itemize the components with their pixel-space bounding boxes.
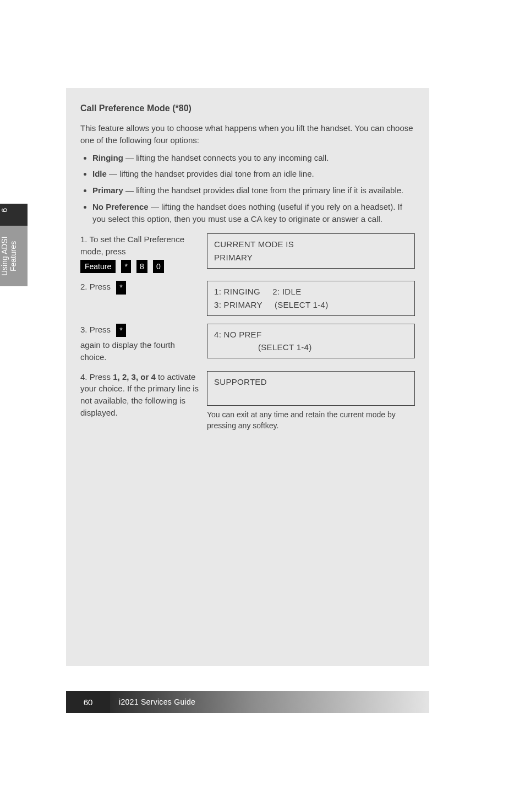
option-desc: — lifting the handset connects you to an… bbox=[123, 153, 329, 162]
content-panel: Call Preference Mode (*80) This feature … bbox=[66, 88, 429, 666]
step-text: 2. Press bbox=[80, 282, 111, 291]
option-label: Ringing bbox=[92, 153, 123, 162]
side-tab-number: 6 bbox=[0, 204, 9, 217]
lcd-line: 4: NO PREF bbox=[214, 329, 408, 341]
lcd-line: SUPPORTED bbox=[214, 376, 408, 388]
key-star: * bbox=[116, 324, 125, 337]
step-text: 3. Press bbox=[80, 325, 111, 334]
list-item: Idle — lifting the handset provides dial… bbox=[92, 168, 415, 180]
option-list: Ringing — lifting the handset connects y… bbox=[80, 152, 415, 225]
key-star: * bbox=[116, 281, 125, 294]
option-desc: — lifting the handset provides dial tone… bbox=[123, 186, 403, 195]
key-8: 8 bbox=[136, 260, 147, 273]
step-4: 4. Press 1, 2, 3, or 4 to activate your … bbox=[80, 371, 415, 437]
lcd-segment: 2: IDLE bbox=[272, 286, 301, 298]
key-0: 0 bbox=[153, 260, 164, 273]
page-number: 60 bbox=[66, 691, 110, 713]
step-note: again to display the fourth choice. bbox=[80, 339, 201, 363]
list-item: No Preference — lifting the handset does… bbox=[92, 201, 415, 225]
key-feature: Feature bbox=[80, 260, 116, 273]
option-label: Idle bbox=[92, 169, 107, 178]
lcd-segment: 3: PRIMARY bbox=[214, 300, 262, 309]
lcd-line: 3: PRIMARY (SELECT 1-4) bbox=[214, 299, 408, 311]
section-heading: Call Preference Mode (*80) bbox=[80, 102, 415, 115]
lcd-line: (SELECT 1-4) bbox=[214, 341, 408, 353]
side-tab-section: Using ADSI Features bbox=[0, 226, 18, 286]
lcd-line: CURRENT MODE IS bbox=[214, 238, 408, 250]
lcd-line: 1: RINGING 2: IDLE bbox=[214, 286, 408, 298]
lcd-display: SUPPORTED bbox=[207, 371, 415, 406]
step-1: 1. To set the Call Preference mode, pres… bbox=[80, 233, 415, 273]
lcd-segment: 1: RINGING bbox=[214, 287, 260, 296]
key-star: * bbox=[121, 260, 130, 273]
option-label: Primary bbox=[92, 186, 123, 195]
step-3: 3. Press * again to display the fourth c… bbox=[80, 324, 415, 363]
step-footnote: You can exit at any time and retain the … bbox=[207, 409, 415, 432]
step-2: 2. Press * 1: RINGING 2: IDLE 3: PRIMARY… bbox=[80, 281, 415, 316]
lcd-display: 4: NO PREF (SELECT 1-4) bbox=[207, 324, 415, 359]
list-item: Ringing — lifting the handset connects y… bbox=[92, 152, 415, 164]
lcd-display: CURRENT MODE IS PRIMARY bbox=[207, 233, 415, 269]
step-keys-text: 1, 2, 3, or 4 bbox=[113, 372, 156, 382]
step-text: 4. Press bbox=[80, 372, 111, 382]
footer-title: i2021 Services Guide bbox=[110, 691, 429, 713]
option-label: No Preference bbox=[92, 202, 149, 211]
lcd-line: PRIMARY bbox=[214, 252, 408, 264]
option-desc: — lifting the handset provides dial tone… bbox=[107, 169, 314, 178]
page-footer: 60 i2021 Services Guide bbox=[66, 691, 429, 713]
list-item: Primary — lifting the handset provides d… bbox=[92, 184, 415, 197]
section-intro: This feature allows you to choose what h… bbox=[80, 122, 415, 146]
step-text: 1. To set the Call Preference mode, pres… bbox=[80, 233, 201, 258]
lcd-display: 1: RINGING 2: IDLE 3: PRIMARY (SELECT 1-… bbox=[207, 281, 415, 316]
lcd-segment: (SELECT 1-4) bbox=[275, 299, 329, 311]
